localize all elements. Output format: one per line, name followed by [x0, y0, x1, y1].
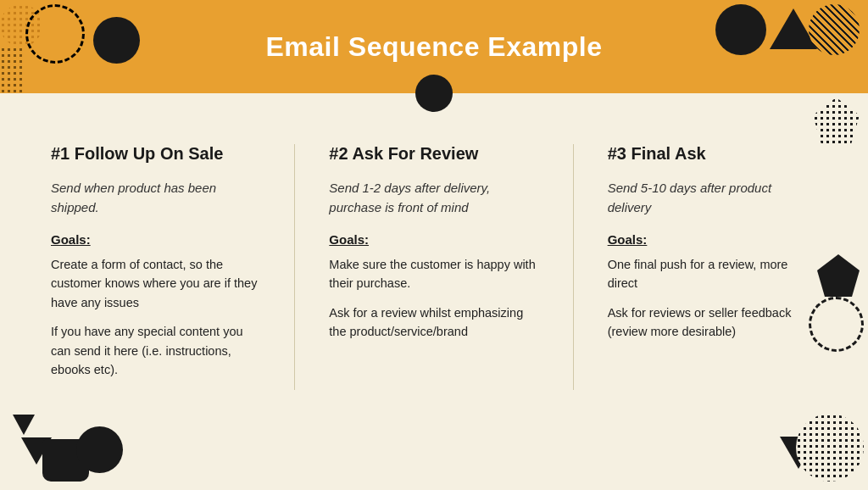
- black-circle-tl: [93, 17, 140, 64]
- header: Email Sequence Example: [0, 0, 868, 93]
- col1-title: #1 Follow Up On Sale: [51, 144, 260, 164]
- content-area: #1 Follow Up On Sale Send when product h…: [0, 110, 868, 415]
- col1-timing: Send when product has been shipped.: [51, 179, 260, 217]
- col3-title: #3 Final Ask: [608, 144, 817, 164]
- col1-goal-2: If you have any special content you can …: [51, 322, 260, 379]
- col3-goal-2: Ask for reviews or seller feedback (revi…: [608, 303, 817, 342]
- col2-goal-1: Make sure the customer is happy with the…: [329, 255, 538, 293]
- slide: Email Sequence Example #1 Follow Up On S…: [0, 0, 868, 490]
- column-1: #1 Follow Up On Sale Send when product h…: [51, 144, 295, 390]
- circle-bl: [76, 426, 123, 473]
- center-bottom-circle: [415, 75, 453, 112]
- col3-goal-1: One final push for a review, more direct: [608, 255, 817, 293]
- hatch-circle-tr: [809, 4, 860, 55]
- col2-goal-2: Ask for a review whilst emphasizing the …: [329, 303, 538, 342]
- column-3: #3 Final Ask Send 5-10 days after produc…: [608, 144, 817, 390]
- circle-outline-right: [809, 297, 864, 352]
- hatch-circle-br: [796, 414, 864, 482]
- col2-timing: Send 1-2 days after delivery, purchase i…: [329, 179, 538, 217]
- hatch-pentagon-tr: [813, 97, 860, 144]
- col2-goals-label: Goals:: [329, 232, 538, 247]
- black-circle-tr: [715, 4, 766, 55]
- hatch-dots-header: [0, 47, 25, 93]
- col1-goal-1: Create a form of contact, so the custome…: [51, 255, 260, 312]
- col2-title: #2 Ask For Review: [329, 144, 538, 164]
- triangle-bl-small: [13, 415, 35, 435]
- column-2: #2 Ask For Review Send 1-2 days after de…: [329, 144, 573, 390]
- col3-timing: Send 5-10 days after product delivery: [608, 179, 817, 217]
- col1-goals-label: Goals:: [51, 232, 260, 247]
- circle-outline-tl: [25, 4, 85, 64]
- col3-goals-label: Goals:: [608, 232, 817, 247]
- slide-title: Email Sequence Example: [266, 31, 603, 63]
